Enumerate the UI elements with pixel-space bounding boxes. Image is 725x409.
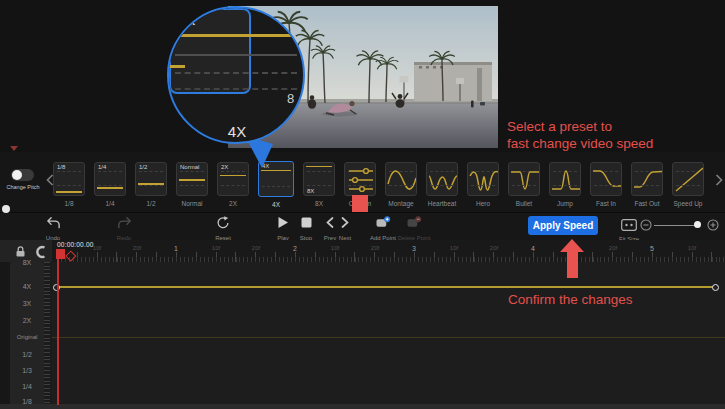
speed-curve-canvas[interactable]: 8X 4X 3X 2X Original 1/2 1/3 1/4 1/8 [0, 262, 725, 404]
ruler-label: 20f [125, 245, 149, 251]
ruler-label: 20f [244, 245, 268, 251]
magnet-icon[interactable] [33, 245, 47, 259]
horizontal-scrollbar[interactable] [0, 404, 725, 409]
bullet-curve-icon [509, 163, 540, 196]
toggle-knob [12, 170, 22, 180]
zoom-slider-knob[interactable] [694, 221, 701, 228]
scale-label: 1/3 [10, 367, 44, 374]
preset-card-montage[interactable]: Montage [385, 162, 417, 207]
timeline-ruler[interactable]: 00:00:00.00 10f 20f 1 10f 20f 2 10f 20f … [0, 240, 725, 262]
speed-scale-ticks [44, 262, 52, 404]
preset-card-fast-out[interactable]: Fast Out [631, 162, 663, 207]
ruler-label: 5 [640, 245, 664, 252]
scale-label: 1/4 [10, 383, 44, 390]
scale-label: Original [10, 334, 44, 340]
speed-line [179, 179, 205, 181]
magnified-8x-fragment: 8 [287, 91, 294, 106]
redo-button[interactable]: Redo [100, 216, 148, 241]
video-speed-editor: 4X 8 4X Change Pitch 1/8 1/8 1/4 1/4 [0, 0, 725, 409]
scale-label: 3X [10, 300, 44, 307]
playhead-line[interactable] [57, 259, 59, 405]
speed-line [306, 166, 332, 168]
speed-up-curve-icon [673, 163, 704, 196]
magnified-4x-card: 4X [169, 8, 251, 94]
strip-divider-handle[interactable] [2, 205, 10, 213]
add-point-icon [375, 216, 391, 229]
magnified-neighbor-line [169, 65, 185, 68]
ruler-label: 2 [283, 245, 307, 252]
zoom-out-icon[interactable] [640, 219, 652, 231]
redo-icon [117, 216, 132, 229]
preset-card-1-8[interactable]: 1/8 1/8 [53, 162, 85, 207]
left-gutter [0, 262, 10, 404]
change-pitch-label: Change Pitch [0, 184, 46, 190]
apply-speed-button[interactable]: Apply Speed [528, 216, 598, 235]
speed-line [97, 187, 123, 189]
jump-curve-icon [550, 163, 581, 196]
playhead-marker[interactable] [56, 249, 65, 259]
ruler-label: 10f [323, 245, 347, 251]
magnified-4x-label: 4X [177, 11, 195, 28]
speed-line [220, 175, 246, 177]
preset-card-1-2[interactable]: 1/2 1/2 [135, 162, 167, 207]
speed-line [175, 34, 297, 37]
original-speed-line [52, 337, 725, 338]
fast-out-curve-icon [632, 163, 663, 196]
ruler-label: 10f [85, 245, 109, 251]
fit-size-icon [621, 219, 637, 231]
curve-control-point-end[interactable] [712, 284, 719, 291]
preset-card-fast-in[interactable]: Fast In [590, 162, 622, 207]
delete-point-icon [406, 216, 422, 229]
annotation-line: fast change video speed [507, 136, 653, 153]
grid-line [175, 88, 297, 90]
reset-icon [216, 216, 230, 229]
preset-cards: 1/8 1/8 1/4 1/4 1/2 1/2 Normal Normal 2X… [53, 162, 704, 208]
ruler-label: 3 [402, 245, 426, 252]
zoom-callout: 4X 8 4X [167, 6, 305, 144]
change-pitch-toggle[interactable] [11, 169, 34, 181]
montage-curve-icon [386, 163, 417, 196]
next-icon [340, 216, 350, 229]
scale-label: 2X [10, 317, 44, 324]
lock-icon[interactable] [14, 245, 27, 258]
ruler-label: 1 [164, 245, 188, 252]
ruler-label: 20f [363, 245, 387, 251]
undo-icon [46, 216, 61, 229]
hero-curve-icon [468, 163, 499, 196]
undo-button[interactable]: Undo [29, 216, 77, 241]
speed-line [261, 170, 291, 172]
ruler-label: 10f [442, 245, 466, 251]
strip-scroll-right-icon[interactable] [715, 174, 723, 186]
grid-line [175, 54, 297, 56]
annotation-confirm: Confirm the changes [508, 292, 633, 307]
annotation-arrow-shaft [567, 251, 578, 278]
custom-sliders-icon [345, 163, 376, 196]
preset-card-1-4[interactable]: 1/4 1/4 [94, 162, 126, 207]
fast-in-curve-icon [591, 163, 622, 196]
preset-card-normal[interactable]: Normal Normal [176, 162, 208, 207]
preset-card-bullet[interactable]: Bullet [508, 162, 540, 207]
reset-button[interactable]: Reset [199, 216, 247, 241]
toolbar: Undo Redo Reset Play Stop Prev [0, 212, 725, 241]
scale-label: 4X [10, 283, 44, 290]
preset-card-hero[interactable]: Hero [467, 162, 499, 207]
ruler-label: 20f [482, 245, 506, 251]
ruler-label: 4 [521, 245, 545, 252]
collapse-arrow-icon[interactable] [10, 146, 18, 151]
preset-card-jump[interactable]: Jump [549, 162, 581, 207]
preset-card-8x[interactable]: 8X 8X [303, 162, 335, 207]
annotation-line: Select a preset to [507, 119, 653, 136]
scale-label: 1/2 [10, 351, 44, 358]
zoom-in-icon[interactable] [707, 219, 719, 231]
ruler-label: 10f [680, 245, 704, 251]
preset-card-heartbeat[interactable]: Heartbeat [426, 162, 458, 207]
annotation-red-square [352, 195, 368, 212]
scale-label: 8X [10, 259, 44, 266]
speed-line [56, 191, 82, 193]
preset-card-speed-up[interactable]: Speed Up [672, 162, 704, 207]
delete-point-button[interactable]: Delete Point [390, 216, 438, 241]
speed-curve-line[interactable] [57, 286, 717, 288]
grid-line [175, 72, 297, 74]
ruler-label: 10f [204, 245, 228, 251]
heartbeat-curve-icon [427, 163, 458, 196]
